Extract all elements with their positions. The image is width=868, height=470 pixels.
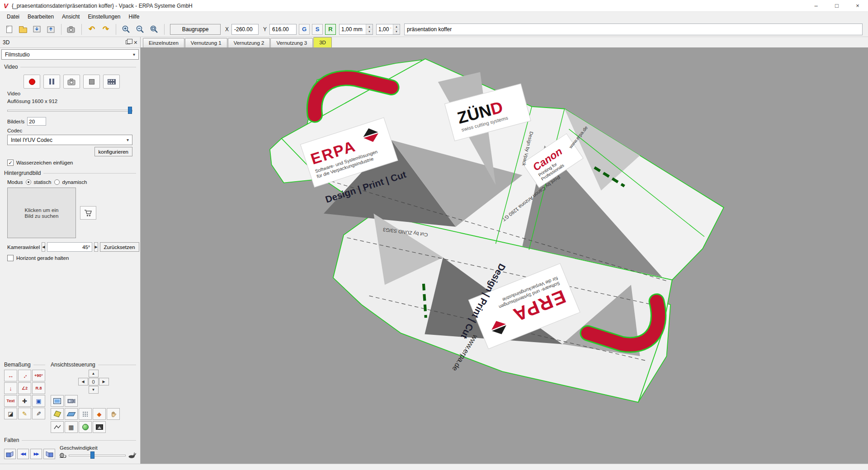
- camera-angle-left-button[interactable]: ◀: [42, 242, 45, 252]
- tab-3d[interactable]: 3D: [313, 37, 332, 47]
- maximize-button[interactable]: □: [826, 0, 847, 11]
- dim-radius-button[interactable]: R.8: [32, 382, 45, 394]
- dim-vertical-button[interactable]: ↓: [4, 382, 17, 394]
- draw-tool-button[interactable]: ✎: [18, 408, 31, 419]
- close-button[interactable]: ×: [847, 0, 868, 11]
- menu-einstellungen[interactable]: Einstellungen: [84, 13, 124, 21]
- rotate-right-button[interactable]: ▶: [99, 378, 109, 385]
- camera-view-button[interactable]: [65, 395, 78, 407]
- menu-bearbeiten[interactable]: Bearbeiten: [24, 13, 58, 21]
- zoom-out-button[interactable]: [134, 23, 146, 36]
- rotate-down-button[interactable]: ▼: [89, 386, 99, 394]
- background-view-button[interactable]: [93, 421, 106, 433]
- film-export-button[interactable]: [103, 75, 120, 89]
- dim-diagonal-button[interactable]: ↔: [18, 370, 31, 381]
- zoom-fit-button[interactable]: [148, 23, 160, 36]
- undo-button[interactable]: ↶: [85, 23, 98, 36]
- codec-select[interactable]: Intel IYUV Codec ▾: [7, 135, 132, 145]
- resolution-slider[interactable]: [7, 106, 132, 114]
- close-panel-icon[interactable]: ×: [134, 39, 137, 46]
- drawing-name-input[interactable]: [404, 24, 863, 35]
- spin-down-icon[interactable]: ▼: [366, 29, 373, 34]
- material-view-button[interactable]: ◆: [93, 408, 106, 420]
- points-view-button[interactable]: [79, 408, 92, 420]
- snapshot-camera-button[interactable]: [63, 75, 80, 89]
- pause-button[interactable]: [43, 75, 60, 89]
- configure-codec-button[interactable]: konfigurieren: [94, 147, 132, 156]
- menu-ansicht[interactable]: Ansicht: [58, 13, 84, 21]
- rotate-up-button[interactable]: ▲: [89, 370, 99, 377]
- viewport-canvas[interactable]: ERPA Software- und Systemlösungen für di…: [141, 48, 868, 464]
- rotate-90-button[interactable]: +90°: [32, 370, 45, 381]
- text-tool-button[interactable]: Text: [4, 395, 17, 407]
- horizon-checkbox[interactable]: [7, 255, 14, 261]
- menu-datei[interactable]: Datei: [3, 13, 24, 21]
- fold-open-button[interactable]: [43, 449, 55, 459]
- spin-up-icon[interactable]: ▲: [393, 24, 400, 29]
- export-button[interactable]: [45, 23, 57, 36]
- import-button[interactable]: [31, 23, 43, 36]
- speed-slider[interactable]: [69, 451, 126, 459]
- spin-up-icon[interactable]: ▲: [366, 24, 373, 29]
- watermark-checkbox[interactable]: ✓: [7, 160, 14, 166]
- menu-hilfe[interactable]: Hilfe: [124, 13, 143, 21]
- float-panel-icon[interactable]: [126, 40, 130, 44]
- rotate-left-button[interactable]: ◀: [78, 378, 88, 385]
- spin-down-icon[interactable]: ▼: [393, 29, 400, 34]
- horizon-checkbox-row[interactable]: Horizont gerade halten: [7, 255, 136, 261]
- select-tool-button[interactable]: ▣: [32, 395, 45, 407]
- angle-step-arrows[interactable]: ▲▼: [393, 24, 400, 34]
- tab-vernutzung-1[interactable]: Vernutzung 1: [185, 38, 227, 47]
- x-coordinate-input[interactable]: [231, 24, 259, 35]
- y-coordinate-input[interactable]: [269, 24, 297, 35]
- background-image-placeholder[interactable]: Klicken um ein Bild zu suchen: [7, 188, 76, 238]
- dim-horizontal-button[interactable]: ↔: [4, 370, 17, 381]
- fold-close-button[interactable]: [4, 449, 16, 459]
- solid-view-button[interactable]: [51, 408, 64, 420]
- browse-image-button[interactable]: [80, 206, 96, 220]
- eraser-tool-button[interactable]: ◪: [4, 408, 17, 419]
- grid-toggle-button[interactable]: G: [299, 24, 310, 35]
- step-size-spinner[interactable]: ▲▼: [339, 24, 373, 35]
- redo-button[interactable]: ↷: [99, 23, 112, 36]
- camera-angle-right-button[interactable]: ▶: [94, 242, 98, 252]
- step-size-arrows[interactable]: ▲▼: [366, 24, 373, 34]
- angle-step-spinner[interactable]: ▲▼: [376, 24, 400, 35]
- dim-angle-button[interactable]: ∠2: [18, 382, 31, 394]
- baugruppe-dropdown[interactable]: Baugruppe: [170, 24, 221, 35]
- camera-angle-input[interactable]: [47, 242, 92, 252]
- watermark-checkbox-row[interactable]: ✓ Wasserzeichen einfügen: [7, 160, 136, 166]
- tab-vernutzung-3[interactable]: Vernutzung 3: [270, 38, 313, 47]
- snapshot-button[interactable]: [65, 23, 78, 36]
- viewport-view-button[interactable]: [51, 395, 64, 407]
- panel-mode-select[interactable]: Filmstudio ▾: [1, 49, 139, 60]
- open-file-button[interactable]: [17, 23, 29, 36]
- step-size-input[interactable]: [340, 24, 366, 34]
- angle-step-input[interactable]: [377, 24, 393, 34]
- dynamic-radio[interactable]: [54, 179, 60, 185]
- record-button[interactable]: [24, 75, 40, 89]
- tab-vernutzung-2[interactable]: Vernutzung 2: [228, 38, 270, 47]
- dim-vertical-icon: ↓: [9, 385, 12, 392]
- fold-step-back-button[interactable]: ◀◀: [17, 449, 29, 459]
- camera-angle-reset-button[interactable]: Zurücksetzen: [100, 242, 139, 252]
- plane-view-button[interactable]: [65, 408, 78, 420]
- tab-einzelnutzen[interactable]: Einzelnutzen: [143, 38, 184, 47]
- reset-view-button[interactable]: 0: [89, 378, 99, 385]
- wireframe-view-button[interactable]: [51, 421, 64, 433]
- move-tool-button[interactable]: ✚: [18, 395, 31, 407]
- render-view-button[interactable]: [79, 421, 92, 433]
- static-radio[interactable]: [26, 179, 31, 185]
- minimize-button[interactable]: –: [806, 0, 826, 11]
- slider-handle[interactable]: [128, 107, 132, 114]
- fps-input[interactable]: [27, 117, 46, 126]
- new-file-button[interactable]: [3, 23, 15, 36]
- edit-dim-button[interactable]: ✎: [32, 408, 45, 419]
- grid-view-button[interactable]: ▦: [65, 421, 78, 433]
- slider-handle[interactable]: [90, 451, 94, 459]
- raster-toggle-button[interactable]: R: [325, 24, 336, 35]
- stop-button[interactable]: [83, 75, 100, 89]
- zoom-in-button[interactable]: [120, 23, 132, 36]
- pan-tool-button[interactable]: [107, 408, 120, 420]
- fold-play-button[interactable]: ▶▶: [30, 449, 42, 459]
